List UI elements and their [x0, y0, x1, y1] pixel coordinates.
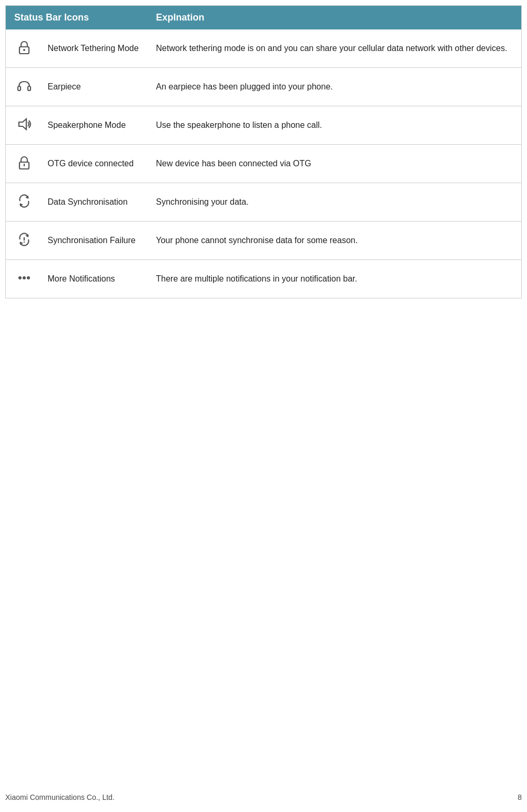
data-sync-icon	[6, 183, 43, 222]
row-name-2: Speakerphone Mode	[43, 106, 148, 145]
row-description-1: An earpiece has been plugged into your p…	[148, 68, 522, 106]
row-name-5: Synchronisation Failure	[43, 222, 148, 260]
row-description-4: Synchronising your data.	[148, 183, 522, 222]
table-row: OTG device connectedNew device has been …	[6, 145, 522, 183]
row-name-0: Network Tethering Mode	[43, 29, 148, 68]
page-footer: Xiaomi Communications Co., Ltd. 8	[5, 793, 522, 801]
page-number: 8	[518, 793, 522, 801]
row-description-0: Network tethering mode is on and you can…	[148, 29, 522, 68]
table-row: Network Tethering ModeNetwork tethering …	[6, 29, 522, 68]
col-status-bar-icons-header: Status Bar Icons	[6, 6, 148, 30]
svg-rect-3	[28, 86, 31, 91]
status-bar-icons-table: Status Bar Icons Explnation Network Teth…	[5, 5, 522, 298]
table-row: EarpieceAn earpiece has been plugged int…	[6, 68, 522, 106]
row-description-5: Your phone cannot synchronise data for s…	[148, 222, 522, 260]
row-description-2: Use the speakerphone to listen a phone c…	[148, 106, 522, 145]
table-row: Synchronisation FailureYour phone cannot…	[6, 222, 522, 260]
sync-failure-icon	[6, 222, 43, 260]
row-description-3: New device has been connected via OTG	[148, 145, 522, 183]
more-notifications-icon	[6, 260, 43, 298]
svg-point-15	[27, 276, 30, 279]
svg-marker-4	[19, 119, 26, 129]
earpiece-icon	[6, 68, 43, 106]
company-name: Xiaomi Communications Co., Ltd.	[5, 793, 115, 801]
network-tethering-icon	[6, 29, 43, 68]
otg-device-icon	[6, 145, 43, 183]
svg-point-13	[18, 276, 22, 279]
speakerphone-icon	[6, 106, 43, 145]
col-explanation-header: Explnation	[148, 6, 522, 30]
table-row: Speakerphone ModeUse the speakerphone to…	[6, 106, 522, 145]
row-name-3: OTG device connected	[43, 145, 148, 183]
svg-point-12	[24, 242, 25, 243]
row-name-4: Data Synchronisation	[43, 183, 148, 222]
svg-point-14	[23, 276, 26, 279]
row-name-1: Earpiece	[43, 68, 148, 106]
row-name-6: More Notifications	[43, 260, 148, 298]
row-description-6: There are multiple notifications in your…	[148, 260, 522, 298]
svg-rect-2	[18, 86, 21, 91]
table-row: Data SynchronisationSynchronising your d…	[6, 183, 522, 222]
svg-point-1	[23, 49, 25, 51]
table-row: More NotificationsThere are multiple not…	[6, 260, 522, 298]
